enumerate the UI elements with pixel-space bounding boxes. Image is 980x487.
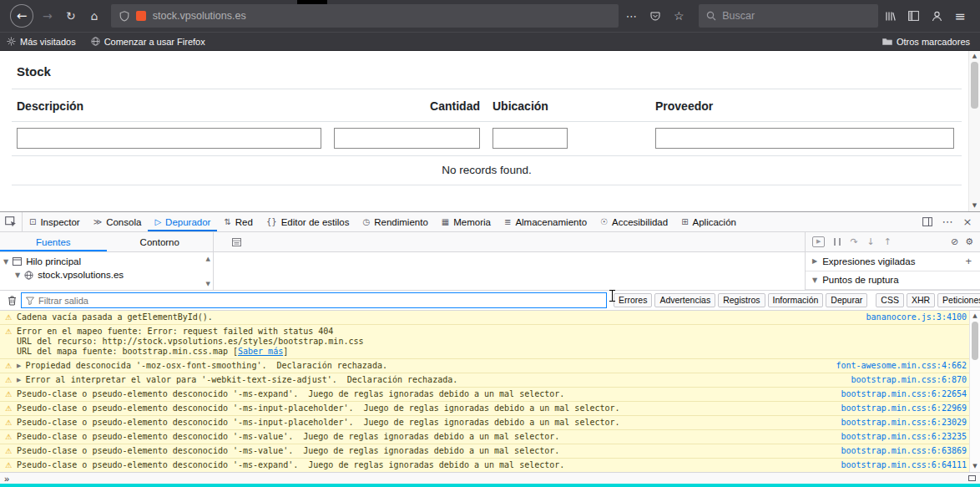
scrollbar-track[interactable] [969,60,980,202]
filter-button-errores[interactable]: Errores [614,293,652,307]
expand-panes-button[interactable]: » [4,474,9,484]
tab-editor-de-estilos[interactable]: {}Editor de estilos [260,212,356,231]
scrollbar-track[interactable] [970,320,980,463]
panel-tab-fuentes[interactable]: Fuentes [0,232,107,251]
console-scrollbar[interactable]: ▲ ▼ [969,311,980,472]
scroll-down-icon[interactable]: ▼ [972,463,977,470]
console-filter-buttons: ErroresAdvertenciasRegistrosInformaciónD… [614,293,867,307]
tab-red[interactable]: ⇅Red [217,212,260,231]
tab-almacenamiento[interactable]: ≣Almacenamiento [498,212,594,231]
devtools-menu-icon[interactable]: ⋯ [938,213,957,231]
filter-button-registros[interactable]: Registros [718,293,765,307]
reload-button[interactable]: ↻ [61,6,81,26]
other-bookmarks-button[interactable]: Otros marcadores [882,37,970,47]
source-tab-icon[interactable] [232,238,241,246]
source-location-link[interactable]: font-awesome.min.css:4:662 [836,361,967,371]
tab-aplicacion[interactable]: ⊞Aplicación [674,212,743,231]
tab-memoria[interactable]: ▦Memoria [435,212,498,231]
back-button[interactable]: ← [10,4,33,28]
tree-scroll-down-icon[interactable]: ▼ [206,281,210,287]
column-filter-input-cantidad[interactable] [334,128,480,149]
column-header-ubicacion[interactable]: Ubicación [487,89,650,121]
filter-button-informacion[interactable]: Información [768,293,824,307]
debugger-header-row: FuentesContorno ▶ ↷ ↓ ↑ ⊘ ⚙ [0,232,980,252]
tree-item-stock-vpsolutions-es[interactable]: ▼stock.vpsolutions.es [3,268,213,282]
tracking-protection-shield-icon[interactable] [119,11,129,22]
column-header-descripcion[interactable]: Descripción [12,89,329,121]
filter-button-advertencias[interactable]: Advertencias [654,293,715,307]
source-location-link[interactable]: bootstrap.min.css:6:22969 [841,403,967,413]
expand-arrow-icon[interactable]: ▶ [17,375,21,385]
tab-consola[interactable]: ≫Consola [87,212,149,231]
source-location-link[interactable]: bootstrap.min.css:6:870 [851,375,967,385]
column-filter-input-descripcion[interactable] [17,128,321,149]
tab-rendimiento[interactable]: ◷Rendimiento [356,212,434,231]
step-over-button[interactable]: ↷ [850,237,857,246]
library-icon[interactable] [880,6,900,26]
column-filter-input-ubicacion[interactable] [493,128,568,149]
scroll-up-icon[interactable]: ▲ [972,312,977,320]
tab-inspector[interactable]: ⊡Inspector [23,212,87,231]
tree-scroll-up-icon[interactable]: ▲ [206,256,210,262]
panel-toggle-icon[interactable] [968,475,976,481]
network-icon: ⇅ [224,218,230,226]
source-location-link[interactable]: bootstrap.min.css:6:23235 [841,432,967,442]
tab-accesibilidad[interactable]: ☉Accesibilidad [594,212,674,231]
scroll-down-icon[interactable]: ▼ [972,202,977,210]
source-location-link[interactable]: bootstrap.min.css:6:23029 [841,418,967,428]
step-out-button[interactable]: ↑ [884,237,892,246]
page-actions-icon[interactable]: ⋯ [621,6,641,26]
forward-button[interactable]: → [38,6,58,26]
message-text: Error al interpretar el valor para '-web… [25,375,841,385]
tree-item-hilo-principal[interactable]: ▼Hilo principal [3,255,213,268]
source-location-link[interactable]: bootstrap.min.css:6:64111 [841,460,967,470]
pick-element-button[interactable] [0,212,23,231]
account-icon[interactable] [927,6,947,26]
tab-depurador[interactable]: ▷Depurador [148,212,217,231]
learn-more-link[interactable]: Saber más [238,347,283,356]
debugger-settings-icon[interactable]: ⚙ [965,237,973,246]
source-location-link[interactable]: bootstrap.min.css:6:22654 [841,389,967,399]
pinwheel-icon [7,37,16,46]
scrollbar-thumb[interactable] [971,62,978,109]
panel-tab-contorno[interactable]: Contorno [107,232,214,251]
url-bar[interactable]: stock.vpsolutions.es [111,4,619,28]
scrollbar-thumb[interactable] [972,322,978,360]
clear-console-button[interactable] [3,292,21,310]
column-filter-input-proveedor[interactable] [655,128,954,149]
bookmark-item-comenzar-a-usar-firefox[interactable]: Comenzar a usar Firefox [91,37,205,47]
page-scrollbar[interactable]: ▲ ▼ [968,51,980,211]
console-warning-row: ⚠Pseudo-clase o pseudo-elemento desconoc… [0,388,980,402]
source-location-link[interactable]: bootstrap.min.css:6:63869 [841,446,967,456]
dock-options-icon[interactable] [918,213,937,231]
column-header-cantidad[interactable]: Cantidad [329,89,487,121]
console-warning-row: ⚠Error en el mapeo fuente: Error: reques… [0,325,980,359]
panel-expresiones-vigiladas[interactable]: ▶Expresiones vigiladas+ [806,252,980,271]
search-bar[interactable]: Buscar [699,4,878,28]
home-button[interactable]: ⌂ [84,6,104,26]
step-in-button[interactable]: ↓ [867,237,875,246]
panel-puntos-de-ruptura[interactable]: ▼Puntos de ruptura [806,271,980,291]
column-header-proveedor[interactable]: Proveedor [650,89,962,121]
expand-arrow-icon[interactable]: ▶ [17,361,21,371]
filter-cell [650,122,962,155]
filter-button-xhr[interactable]: XHR [907,293,935,307]
add-watch-expression-button[interactable]: + [965,255,973,267]
disable-breakpoints-icon[interactable]: ⊘ [951,237,958,246]
source-location-link[interactable]: bananocore.js:3:4100 [866,312,967,322]
resume-button[interactable]: ▶ [812,236,825,247]
filter-button-peticiones[interactable]: Peticiones [937,293,980,307]
pocket-icon[interactable] [645,6,665,26]
sidebar-icon[interactable] [903,6,923,26]
filter-button-depurar[interactable]: Depurar [826,293,867,307]
close-devtools-icon[interactable]: × [958,213,977,231]
filter-button-css[interactable]: CSS [876,293,904,307]
pause-button[interactable] [834,238,841,246]
style-editor-icon: {} [266,218,277,226]
console-filter-input[interactable]: Filtrar salida [21,292,607,308]
bookmark-star-icon[interactable]: ☆ [669,6,689,26]
bookmark-item-mas-visitados[interactable]: Más visitados [7,37,76,47]
scroll-up-icon[interactable]: ▲ [972,53,977,60]
performance-icon: ◷ [362,218,370,226]
menu-icon[interactable]: ≡ [950,6,970,26]
